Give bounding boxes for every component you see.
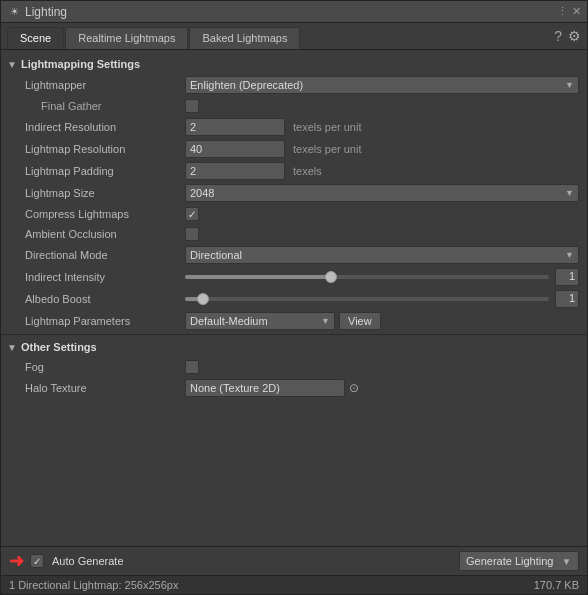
- lightmapper-label: Lightmapper: [25, 79, 185, 91]
- content-area: ▼ Lightmapping Settings Lightmapper Enli…: [1, 50, 587, 546]
- lightmapper-value: Enlighten (Deprecated): [190, 79, 303, 91]
- settings-icon[interactable]: ⚙: [568, 28, 581, 44]
- lightmap-size-dropdown[interactable]: 2048 ▼: [185, 184, 579, 202]
- status-right: 170.7 KB: [534, 579, 579, 591]
- bottom-bar: ➜ Auto Generate Generate Lighting ▼: [1, 546, 587, 575]
- help-icon[interactable]: ?: [554, 28, 562, 44]
- generate-lighting-label: Generate Lighting: [466, 555, 553, 567]
- lightmap-params-row: Lightmap Parameters Default-Medium ▼ Vie…: [1, 310, 587, 332]
- tab-baked-lightmaps[interactable]: Baked Lightmaps: [189, 27, 300, 49]
- albedo-boost-track[interactable]: [185, 297, 549, 301]
- indirect-resolution-row: Indirect Resolution texels per unit: [1, 116, 587, 138]
- lightmapping-section-header[interactable]: ▼ Lightmapping Settings: [1, 54, 587, 74]
- halo-texture-label: Halo Texture: [25, 382, 185, 394]
- directional-mode-control: Directional ▼: [185, 246, 579, 264]
- lightmap-resolution-control: texels per unit: [185, 140, 579, 158]
- fog-label: Fog: [25, 361, 185, 373]
- tabs-bar: Scene Realtime Lightmaps Baked Lightmaps…: [1, 23, 587, 50]
- lightmap-size-value: 2048: [190, 187, 214, 199]
- directional-mode-dropdown-arrow: ▼: [565, 250, 574, 260]
- lightmapper-dropdown[interactable]: Enlighten (Deprecated) ▼: [185, 76, 579, 94]
- tab-scene[interactable]: Scene: [7, 27, 64, 49]
- ambient-occlusion-checkbox[interactable]: [185, 227, 199, 241]
- halo-texture-control: None (Texture 2D) ⊙: [185, 379, 579, 397]
- lightmap-size-dropdown-arrow: ▼: [565, 188, 574, 198]
- lightmap-size-label: Lightmap Size: [25, 187, 185, 199]
- indirect-intensity-value[interactable]: 1: [555, 268, 579, 286]
- tab-icons: ? ⚙: [554, 28, 581, 48]
- title-bar: ☀ Lighting ⋮ ✕: [1, 1, 587, 23]
- other-section-label: Other Settings: [21, 341, 97, 353]
- albedo-boost-row: Albedo Boost 1: [1, 288, 587, 310]
- generate-dropdown-arrow[interactable]: ▼: [561, 556, 571, 567]
- compress-label: Compress Lightmaps: [25, 208, 185, 220]
- compress-checkbox[interactable]: [185, 207, 199, 221]
- window-title: Lighting: [25, 5, 557, 19]
- ambient-occlusion-label: Ambient Occlusion: [25, 228, 185, 240]
- more-options-icon[interactable]: ⋮: [557, 5, 568, 18]
- auto-generate-arrow: ➜: [9, 552, 24, 570]
- indirect-resolution-control: texels per unit: [185, 118, 579, 136]
- status-bar: 1 Directional Lightmap: 256x256px 170.7 …: [1, 575, 587, 594]
- section-collapse-arrow: ▼: [7, 59, 17, 70]
- title-controls: ⋮ ✕: [557, 5, 581, 18]
- albedo-boost-control: 1: [185, 290, 579, 308]
- lightmap-params-dropdown-arrow: ▼: [321, 316, 330, 326]
- fog-control: [185, 360, 579, 374]
- close-icon[interactable]: ✕: [572, 5, 581, 18]
- albedo-boost-thumb[interactable]: [197, 293, 209, 305]
- lightmap-padding-input[interactable]: [185, 162, 285, 180]
- lightmap-padding-control: texels: [185, 162, 579, 180]
- lightmap-size-control: 2048 ▼: [185, 184, 579, 202]
- lightmapping-section-label: Lightmapping Settings: [21, 58, 140, 70]
- indirect-intensity-control: 1: [185, 268, 579, 286]
- lightmap-size-row: Lightmap Size 2048 ▼: [1, 182, 587, 204]
- halo-texture-row: Halo Texture None (Texture 2D) ⊙: [1, 377, 587, 399]
- other-settings-section-header[interactable]: ▼ Other Settings: [1, 337, 587, 357]
- compress-control: [185, 207, 579, 221]
- directional-mode-dropdown[interactable]: Directional ▼: [185, 246, 579, 264]
- lightmap-resolution-label: Lightmap Resolution: [25, 143, 185, 155]
- final-gather-label: Final Gather: [25, 100, 185, 112]
- lightmapper-control: Enlighten (Deprecated) ▼: [185, 76, 579, 94]
- fog-row: Fog: [1, 357, 587, 377]
- directional-mode-label: Directional Mode: [25, 249, 185, 261]
- halo-texture-dropdown[interactable]: None (Texture 2D): [185, 379, 345, 397]
- tab-group: Scene Realtime Lightmaps Baked Lightmaps: [7, 27, 300, 49]
- indirect-resolution-unit: texels per unit: [293, 121, 361, 133]
- auto-generate-checkbox[interactable]: [30, 554, 44, 568]
- halo-texture-browse-icon[interactable]: ⊙: [349, 381, 359, 395]
- directional-mode-row: Directional Mode Directional ▼: [1, 244, 587, 266]
- lightmap-padding-row: Lightmap Padding texels: [1, 160, 587, 182]
- lightmap-params-value: Default-Medium: [190, 315, 268, 327]
- view-button[interactable]: View: [339, 312, 381, 330]
- lightmapper-dropdown-arrow: ▼: [565, 80, 574, 90]
- final-gather-control: [185, 99, 579, 113]
- lightmap-padding-unit: texels: [293, 165, 322, 177]
- auto-generate-row: Auto Generate: [30, 554, 124, 568]
- generate-lighting-button[interactable]: Generate Lighting ▼: [459, 551, 579, 571]
- final-gather-row: Final Gather: [1, 96, 587, 116]
- lightmap-resolution-unit: texels per unit: [293, 143, 361, 155]
- lightmap-resolution-input[interactable]: [185, 140, 285, 158]
- lightmap-params-control: Default-Medium ▼ View: [185, 312, 579, 330]
- lightmap-params-label: Lightmap Parameters: [25, 315, 185, 327]
- lighting-window: ☀ Lighting ⋮ ✕ Scene Realtime Lightmaps …: [0, 0, 588, 595]
- fog-checkbox[interactable]: [185, 360, 199, 374]
- window-icon: ☀: [7, 5, 21, 19]
- compress-row: Compress Lightmaps: [1, 204, 587, 224]
- indirect-resolution-input[interactable]: [185, 118, 285, 136]
- indirect-intensity-fill: [185, 275, 331, 279]
- lightmap-params-dropdown[interactable]: Default-Medium ▼: [185, 312, 335, 330]
- status-left: 1 Directional Lightmap: 256x256px: [9, 579, 178, 591]
- albedo-boost-value[interactable]: 1: [555, 290, 579, 308]
- final-gather-checkbox[interactable]: [185, 99, 199, 113]
- albedo-boost-label: Albedo Boost: [25, 293, 185, 305]
- tab-realtime-lightmaps[interactable]: Realtime Lightmaps: [65, 27, 188, 49]
- indirect-intensity-thumb[interactable]: [325, 271, 337, 283]
- indirect-resolution-label: Indirect Resolution: [25, 121, 185, 133]
- indirect-intensity-row: Indirect Intensity 1: [1, 266, 587, 288]
- lightmap-padding-label: Lightmap Padding: [25, 165, 185, 177]
- ambient-occlusion-control: [185, 227, 579, 241]
- indirect-intensity-track[interactable]: [185, 275, 549, 279]
